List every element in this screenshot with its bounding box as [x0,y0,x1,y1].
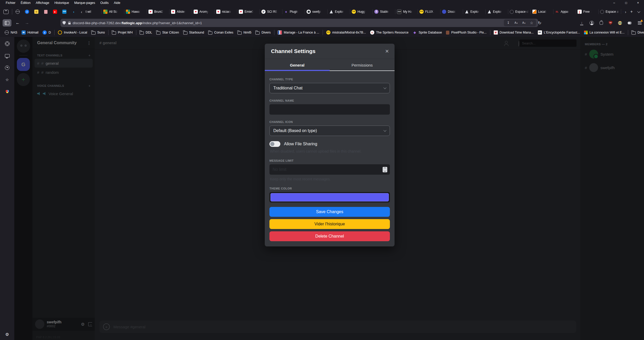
tab-explor[interactable]: Explor [485,7,508,16]
tab-locati[interactable]: Locati [531,7,553,16]
menu-fichier[interactable]: Fichier [3,1,18,5]
pinned-tab-facebook[interactable]: f [23,7,31,16]
tab-hawai[interactable]: Hawai [124,7,147,16]
tab-espace-clie[interactable]: Espace clie [508,7,531,16]
extensions-puzzle-icon[interactable] [600,21,603,25]
firefox-view-button[interactable] [2,8,10,16]
new-tab-button[interactable]: + [628,8,635,16]
bookmark-invokeai-local[interactable]: InvokeAI - Local [56,30,89,35]
number-spinner[interactable] [383,167,387,172]
bookmark-mariage-la-france[interactable]: Mariage - La France à ... [276,30,321,35]
app-menu-button[interactable] [637,21,642,25]
sidebar-settings-button[interactable]: ⚙ [3,331,11,338]
save-page-icon[interactable]: ↧ [506,21,510,25]
list-all-tabs-button[interactable] [635,8,642,16]
ublock-origin-icon[interactable]: UO [609,21,612,25]
maximize-button[interactable]: □ [620,0,632,6]
tab-permissions[interactable]: Permissions [330,59,395,71]
modal-close-icon[interactable]: × [385,48,389,54]
bookmark-d[interactable]: fD [40,30,53,35]
tab-my-ha[interactable]: cloudMy Ha [395,7,418,16]
forward-button[interactable]: → [23,19,31,27]
menu-aide[interactable]: Aide [111,1,123,5]
bookmark-download-time-mana[interactable]: ♥Download Time Mana... [492,30,536,35]
bookmark-the-spriters-resource[interactable]: SThe Spriters Resource [368,30,411,35]
tab-niciara[interactable]: ♥niciara [214,7,237,16]
bookmark-conan-exiles[interactable]: Conan Exiles [206,30,235,35]
lock-icon[interactable] [68,23,71,24]
tab-t-will[interactable]: t will [84,7,101,16]
tracking-protection-shield-icon[interactable] [63,21,66,25]
bookmark-star-icon[interactable]: ☆ [530,21,534,25]
tab-explor[interactable]: Explor [327,7,350,16]
bookmark-divers[interactable]: Divers [253,30,273,35]
tab-eligibi[interactable]: adnEligibi [621,7,623,16]
back-button[interactable]: ← [13,19,22,27]
menu-historique[interactable]: Historique [52,1,72,5]
tab-explor[interactable]: Explor [463,7,485,16]
menu-affichage[interactable]: Affichage [33,1,52,5]
tab-sci-re[interactable]: PSCI RE [260,7,282,16]
bookmark-l-encyclop-die-fantast[interactable]: EFL'Encyclopédie Fantast... [536,30,582,35]
bookmark-ddl[interactable]: DDL [138,30,154,35]
tab-all-siz[interactable]: All Siz [101,7,124,16]
pinned-tab-diamond[interactable]: ◆ [32,7,40,16]
extension-goggles-icon[interactable] [618,21,622,25]
bookmark-hotmail[interactable]: ✉Hotmail [19,30,40,35]
sidebar-openai-chat-button[interactable] [3,40,11,47]
account-icon[interactable] [589,21,594,25]
channel-name-input[interactable] [269,104,390,115]
pinned-tab-deviant[interactable]: › [70,7,78,16]
bookmark-star-citizen[interactable]: Star Citizen [154,30,181,35]
tab-stable[interactable]: SStable [372,7,395,16]
tab-espace-abo[interactable]: Espace abo [598,7,621,16]
close-button[interactable]: × [632,0,644,6]
bookmark-starbound[interactable]: Starbound [181,30,206,35]
tab-huggi[interactable]: Huggi [350,7,372,16]
tab-appar[interactable]: SLAppar [553,7,576,16]
sidebar-bookmarks-button[interactable]: ☆ [3,76,11,83]
bookmark-pixelplush-studio-pix[interactable]: PixelPlush Studio - Pix... [444,30,489,35]
channel-type-select[interactable]: Traditional Chat [269,83,390,93]
sidebar-themes-button[interactable] [3,88,11,95]
reload-button[interactable]: ↻ [536,19,544,27]
translate-icon[interactable]: A [514,21,518,25]
tab-swefpi[interactable]: swefpi [305,7,327,16]
delete-channel-button[interactable]: Delete Channel [269,231,390,241]
sidebar-toggle-button[interactable] [3,19,11,27]
pinned-tab-sprite-pink[interactable] [42,7,50,16]
scroll-tabs-right-button[interactable]: › [623,8,628,16]
tab-plugin[interactable]: ♦Plugin [282,7,305,16]
tab-free[interactable]: fFree : [576,7,598,16]
url-bar[interactable]: discord-like-php-chat-7262.dev.flatlogic… [60,19,538,27]
translate-page-icon[interactable]: A [522,21,526,25]
bookmark-sprite-database[interactable]: ◆Sprite Database [411,30,444,35]
sidebar-history-button[interactable] [3,64,11,71]
tab-alister[interactable]: ♥Alister [169,7,192,16]
pinned-tab-globe[interactable] [14,7,22,16]
sidebar-screenshare-button[interactable] [3,52,11,59]
scroll-tabs-left-button[interactable]: ‹ [79,8,84,16]
bookmark-la-connexion-wifi-et-e[interactable]: La connexion Wifi et E... [582,30,627,35]
save-changes-button[interactable]: Save Changes [269,207,390,217]
channel-icon-select[interactable]: Default (Based on type) [269,126,390,136]
menu-dition[interactable]: Édition [18,1,33,5]
tab-aromy[interactable]: ♥Aromy [192,7,214,16]
minimize-button[interactable]: – [608,0,620,6]
clear-history-button[interactable]: Vider l'historique [269,219,390,229]
tab-bruni2[interactable]: ♥Bruni2 [147,7,169,16]
theme-color-input[interactable] [269,192,390,202]
bookmark-suno[interactable]: Suno [89,30,107,35]
tab-flux[interactable]: FLUX. [418,7,440,16]
tab-general[interactable]: General [265,59,330,71]
theme-color-swatch[interactable] [270,193,389,201]
bookmark-html5[interactable]: html5 [235,30,254,35]
bookmark-projet-wh[interactable]: Projet WH [110,30,135,35]
menu-marque-pages[interactable]: Marque-pages [72,1,98,5]
bookmark-divers[interactable]: Divers [629,30,644,35]
downloads-icon[interactable]: ↓ [580,21,584,25]
menu-outils[interactable]: Outils [98,1,111,5]
message-limit-input[interactable] [269,164,390,175]
extension-grey-icon[interactable] [628,21,632,25]
bookmark-nas[interactable]: NAS [3,30,19,35]
